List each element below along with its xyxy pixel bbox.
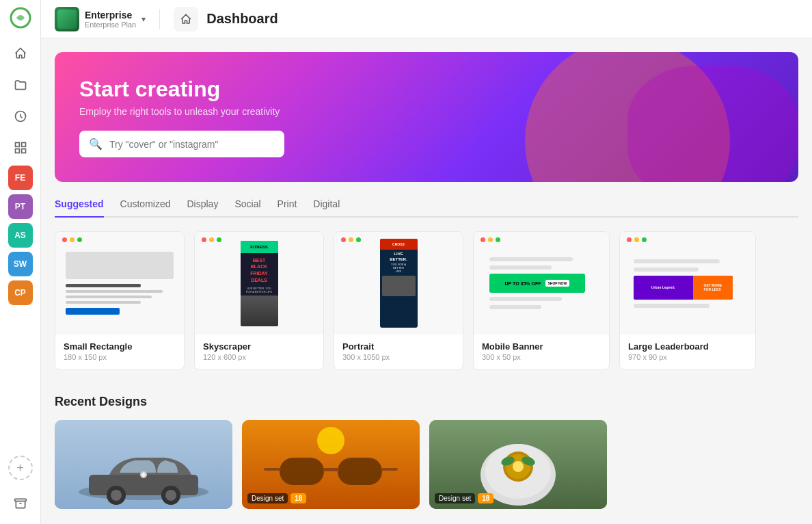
template-portrait[interactable]: CROSS LIVEBETTER. YOU FOR ABETTERLIFE Po… (334, 231, 463, 370)
enterprise-logo (55, 7, 79, 31)
svg-rect-5 (21, 149, 25, 153)
svg-rect-3 (21, 143, 25, 147)
template-size: 300 x 1050 px (342, 353, 455, 361)
window-dots (202, 237, 221, 242)
main-content: Start creating Employ the right tools to… (41, 38, 812, 524)
template-info: Skyscraper 120 x 600 px (195, 335, 323, 369)
sidebar-archive-icon[interactable] (7, 490, 34, 517)
window-dots (341, 237, 361, 242)
app-logo[interactable] (10, 7, 31, 29)
design-badge-food: Design set 18 (435, 493, 493, 503)
svg-rect-4 (15, 149, 19, 153)
enterprise-selector[interactable]: Enterprise Enterprise Plan ▾ (55, 7, 146, 31)
sidebar: FE PT AS SW CP + (0, 0, 41, 524)
sidebar-home-icon[interactable] (7, 40, 34, 67)
template-info: Large Leaderboard 970 x 90 px (620, 335, 755, 369)
tab-suggested[interactable]: Suggested (55, 198, 104, 218)
tab-display[interactable]: Display (187, 198, 219, 218)
hero-banner: Start creating Employ the right tools to… (55, 52, 798, 182)
template-thumb: FITNESS BESTBLACKFRIDAYDEALS LIVE BETTER… (195, 232, 323, 335)
add-workspace-button[interactable]: + (8, 456, 33, 480)
enterprise-info: Enterprise Enterprise Plan (85, 10, 136, 29)
window-dots (627, 237, 647, 242)
template-thumb: CROSS LIVEBETTER. YOU FOR ABETTERLIFE (334, 232, 463, 335)
sidebar-badge-icon[interactable] (7, 103, 34, 130)
svg-rect-6 (14, 499, 26, 501)
svg-point-27 (513, 461, 524, 472)
avatar-sw[interactable]: SW (8, 252, 33, 276)
enterprise-plan: Enterprise Plan (85, 21, 136, 29)
template-mobile-banner[interactable]: UP TO 35% OFF SHOP NOW Mobile Banner 300… (473, 231, 610, 370)
template-thumb (55, 232, 184, 335)
template-info: Mobile Banner 300 x 50 px (474, 335, 609, 369)
hero-subtitle: Employ the right tools to unleash your c… (79, 106, 774, 117)
category-tabs: Suggested Customized Display Social Prin… (55, 198, 798, 218)
template-info: Portrait 300 x 1050 px (334, 335, 463, 369)
svg-point-13 (165, 490, 176, 501)
svg-rect-17 (280, 458, 324, 485)
badge-label: Design set (247, 493, 288, 503)
hero-title: Start creating (79, 77, 774, 102)
recent-design-sunglasses[interactable]: Design set 18 (242, 420, 420, 509)
tab-digital[interactable]: Digital (313, 198, 340, 218)
recent-design-car[interactable] (55, 420, 232, 509)
topbar: Enterprise Enterprise Plan ▾ Dashboard (41, 0, 812, 38)
topbar-home-button[interactable] (174, 7, 198, 31)
tab-print[interactable]: Print (278, 198, 297, 218)
template-size: 120 x 600 px (203, 353, 315, 361)
sidebar-folder-icon[interactable] (7, 71, 34, 99)
window-dots (481, 237, 500, 242)
hero-search-box[interactable]: 🔍 (79, 131, 284, 157)
avatar-as[interactable]: AS (8, 223, 33, 248)
badge-count: 18 (478, 493, 493, 503)
enterprise-name: Enterprise (85, 10, 136, 21)
svg-rect-21 (381, 468, 398, 471)
template-skyscraper[interactable]: FITNESS BESTBLACKFRIDAYDEALS LIVE BETTER… (194, 231, 324, 370)
template-thumb: Urban Legend. GET MOREFOR LESS (620, 232, 755, 335)
svg-point-11 (111, 490, 122, 501)
template-large-leaderboard[interactable]: Urban Legend. GET MOREFOR LESS Large Lea… (619, 231, 756, 370)
svg-rect-20 (264, 468, 281, 471)
template-name: Portrait (342, 341, 455, 352)
template-small-rectangle[interactable]: Small Rectangle 180 x 150 px (55, 231, 185, 370)
template-thumb: UP TO 35% OFF SHOP NOW (474, 232, 609, 335)
window-dots (62, 237, 82, 242)
tab-customized[interactable]: Customized (120, 198, 171, 218)
car-image (55, 420, 232, 509)
svg-rect-18 (338, 458, 382, 485)
templates-grid: Small Rectangle 180 x 150 px FITNESS BES… (55, 231, 798, 373)
svg-rect-2 (15, 143, 19, 147)
avatar-pt[interactable]: PT (8, 194, 33, 219)
template-info: Small Rectangle 180 x 150 px (55, 335, 184, 369)
recent-designs-title: Recent Designs (55, 395, 798, 409)
template-name: Large Leaderboard (628, 341, 747, 352)
recent-designs-grid: Design set 18 (55, 420, 798, 509)
avatar-fe[interactable]: FE (8, 166, 33, 190)
template-name: Small Rectangle (64, 341, 176, 352)
template-size: 300 x 50 px (482, 353, 601, 361)
recent-designs-section: Recent Designs (55, 395, 798, 509)
main-wrapper: Enterprise Enterprise Plan ▾ Dashboard S… (41, 0, 812, 524)
template-name: Mobile Banner (482, 341, 601, 352)
search-input[interactable] (109, 139, 275, 150)
tab-social[interactable]: Social (234, 198, 260, 218)
template-name: Skyscraper (203, 341, 315, 352)
recent-design-food[interactable]: Design set 18 (429, 420, 607, 509)
badge-label: Design set (435, 493, 475, 503)
badge-count: 18 (290, 493, 306, 503)
svg-point-16 (317, 427, 344, 454)
page-title: Dashboard (206, 11, 278, 27)
sidebar-grid-icon[interactable] (7, 134, 34, 161)
template-size: 970 x 90 px (628, 353, 747, 361)
enterprise-chevron-icon: ▾ (141, 14, 146, 24)
avatar-cp[interactable]: CP (8, 280, 33, 305)
template-size: 180 x 150 px (64, 353, 176, 361)
svg-rect-19 (323, 468, 339, 471)
design-badge-sunglasses: Design set 18 (247, 493, 306, 503)
search-icon: 🔍 (89, 137, 103, 150)
topbar-divider (159, 9, 160, 29)
